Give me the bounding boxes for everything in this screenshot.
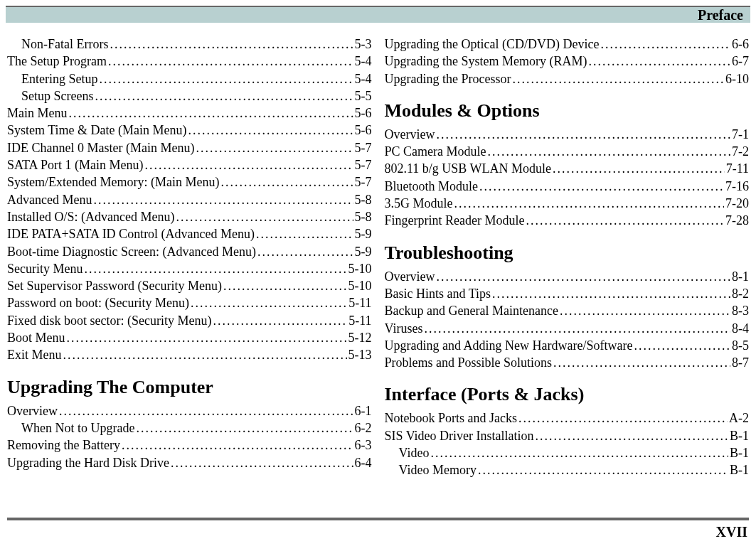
toc-entry[interactable]: Overview 6-1 <box>7 402 372 419</box>
toc-entry[interactable]: PC Camera Module 7-2 <box>385 143 750 160</box>
toc-leader-dots <box>84 260 346 277</box>
toc-left-column: Non-Fatal Errors 5-3The Setup Program 5-… <box>7 36 372 479</box>
toc-entry[interactable]: Boot Menu 5-12 <box>7 329 372 346</box>
toc-entry-label: Boot Menu <box>7 329 65 346</box>
toc-leader-dots <box>176 208 353 225</box>
toc-leader-dots <box>479 178 724 195</box>
toc-entry[interactable]: Problems and Possible Solutions 8-7 <box>385 354 750 371</box>
toc-entry-label: Non-Fatal Errors <box>21 36 108 53</box>
toc-leader-dots <box>67 329 347 346</box>
toc-entry[interactable]: Main Menu 5-6 <box>7 105 372 122</box>
toc-entry[interactable]: System Time & Date (Main Menu) 5-6 <box>7 122 372 139</box>
toc-entry-label: Boot-time Diagnostic Screen: (Advanced M… <box>7 243 256 260</box>
toc-entry[interactable]: When Not to Upgrade 6-2 <box>7 419 372 437</box>
toc-entry-label: IDE PATA+SATA ID Control (Advanced Menu) <box>7 225 255 242</box>
toc-entry[interactable]: Fixed disk boot sector: (Security Menu) … <box>7 312 372 329</box>
toc-entry-page: 8-4 <box>732 320 749 337</box>
toc-entry-label: SIS Video Driver Installation <box>385 427 534 444</box>
toc-entry-label: Security Menu <box>7 260 82 277</box>
toc-entry-page: 6-2 <box>355 419 372 437</box>
toc-leader-dots <box>171 454 353 471</box>
toc-entry[interactable]: Advanced Menu 5-8 <box>7 191 372 208</box>
toc-leader-dots <box>560 302 730 319</box>
toc-entry-label: Video <box>399 444 430 461</box>
toc-entry-page: 8-2 <box>732 285 749 302</box>
toc-entry[interactable]: Video Memory B-1 <box>385 461 750 478</box>
footer-page-number: XVII <box>716 524 747 540</box>
toc-leader-dots <box>634 337 730 354</box>
toc-leader-dots <box>478 461 728 478</box>
toc-entry[interactable]: Password on boot: (Security Menu) 5-11 <box>7 294 372 311</box>
toc-entry-page: 7-1 <box>732 126 749 143</box>
toc-leader-dots <box>436 268 730 285</box>
toc-entry[interactable]: Viruses 8-4 <box>385 320 750 337</box>
toc-entry[interactable]: Upgrading the Processor 6-10 <box>385 70 750 87</box>
toc-entry[interactable]: Backup and General Maintenance 8-3 <box>385 302 750 319</box>
toc-entry[interactable]: 3.5G Module 7-20 <box>385 195 750 212</box>
toc-entry[interactable]: System/Extended Memory: (Main Menu) 5-7 <box>7 173 372 191</box>
toc-entry[interactable]: Entering Setup 5-4 <box>7 70 372 87</box>
toc-leader-dots <box>110 36 353 53</box>
toc-entry[interactable]: Removing the Battery 6-3 <box>7 437 372 454</box>
toc-entry-label: Overview <box>385 268 435 285</box>
toc-entry[interactable]: Boot-time Diagnostic Screen: (Advanced M… <box>7 243 372 260</box>
toc-entry[interactable]: Video B-1 <box>385 444 750 461</box>
toc-entry[interactable]: Installed O/S: (Advanced Menu) 5-8 <box>7 208 372 225</box>
toc-leader-dots <box>145 156 353 173</box>
toc-entry[interactable]: Upgrading the Optical (CD/DVD) Device 6-… <box>385 36 750 53</box>
toc-entry[interactable]: Set Supervisor Password (Security Menu) … <box>7 277 372 294</box>
toc-entry[interactable]: Setup Screens 5-5 <box>7 87 372 105</box>
header-bar: Preface <box>6 6 750 23</box>
toc-entry-label: System/Extended Memory: (Main Menu) <box>7 173 219 191</box>
toc-entry-label: Upgrading the System Memory (RAM) <box>385 53 587 70</box>
toc-content: Non-Fatal Errors 5-3The Setup Program 5-… <box>0 23 756 479</box>
toc-leader-dots <box>492 285 730 302</box>
toc-entry[interactable]: IDE Channel 0 Master (Main Menu) 5-7 <box>7 139 372 156</box>
toc-entry[interactable]: 802.11 b/g USB WLAN Module 7-11 <box>385 160 750 177</box>
toc-entry-label: Fingerprint Reader Module <box>385 212 525 229</box>
toc-entry[interactable]: Notebook Ports and Jacks A-2 <box>385 410 750 427</box>
toc-entry-page: 6-10 <box>725 70 749 87</box>
toc-entry-label: Setup Screens <box>21 87 93 105</box>
toc-entry[interactable]: SIS Video Driver Installation B-1 <box>385 427 750 444</box>
toc-entry-page: 5-3 <box>355 36 372 53</box>
toc-section-heading: Modules & Options <box>385 100 750 122</box>
toc-section-heading: Troubleshooting <box>385 242 750 264</box>
toc-entry[interactable]: Upgrading and Adding New Hardware/Softwa… <box>385 337 750 354</box>
toc-entry-page: 7-28 <box>725 212 749 229</box>
toc-entry[interactable]: SATA Port 1 (Main Menu) 5-7 <box>7 156 372 173</box>
toc-entry-label: Upgrading the Optical (CD/DVD) Device <box>385 36 600 53</box>
toc-entry[interactable]: Exit Menu 5-13 <box>7 346 372 363</box>
toc-entry-page: 5-13 <box>348 346 372 363</box>
toc-entry-page: 5-7 <box>355 139 372 156</box>
toc-entry-label: Overview <box>7 402 58 419</box>
toc-entry[interactable]: Basic Hints and Tips 8-2 <box>385 285 750 302</box>
toc-entry-page: 8-1 <box>732 268 749 285</box>
toc-entry[interactable]: Upgrading the Hard Disk Drive 6-4 <box>7 454 372 471</box>
toc-entry-page: B-1 <box>730 444 749 461</box>
toc-leader-dots <box>424 320 730 337</box>
toc-entry-page: 5-10 <box>348 277 372 294</box>
toc-leader-dots <box>454 195 725 212</box>
toc-entry[interactable]: Non-Fatal Errors 5-3 <box>7 36 372 53</box>
toc-entry-page: 7-11 <box>726 160 749 177</box>
toc-entry-label: The Setup Program <box>7 53 107 70</box>
toc-entry-label: Overview <box>385 126 435 143</box>
toc-entry-page: 5-9 <box>355 243 372 260</box>
toc-entry-page: B-1 <box>730 461 749 478</box>
toc-leader-dots <box>122 437 353 454</box>
toc-entry-label: Video Memory <box>399 461 477 478</box>
toc-entry-page: 5-4 <box>355 53 372 70</box>
toc-entry[interactable]: Fingerprint Reader Module 7-28 <box>385 212 750 229</box>
toc-entry[interactable]: The Setup Program 5-4 <box>7 53 372 70</box>
toc-entry-label: Removing the Battery <box>7 437 120 454</box>
toc-entry[interactable]: Upgrading the System Memory (RAM) 6-7 <box>385 53 750 70</box>
toc-entry-page: 5-11 <box>348 294 371 311</box>
toc-leader-dots <box>59 402 353 419</box>
toc-entry[interactable]: Overview 8-1 <box>385 268 750 285</box>
toc-section-heading: Upgrading The Computer <box>7 377 372 398</box>
toc-entry[interactable]: Bluetooth Module 7-16 <box>385 178 750 195</box>
toc-entry[interactable]: IDE PATA+SATA ID Control (Advanced Menu)… <box>7 225 372 242</box>
toc-entry[interactable]: Overview 7-1 <box>385 126 750 143</box>
toc-entry[interactable]: Security Menu 5-10 <box>7 260 372 277</box>
